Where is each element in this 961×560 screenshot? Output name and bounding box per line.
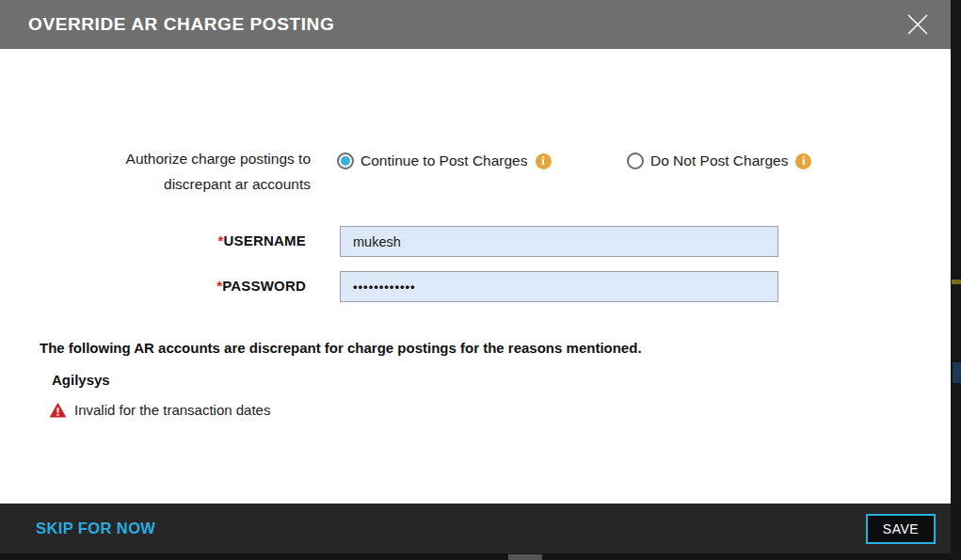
warning-row: Invalid for the transaction dates	[49, 402, 270, 418]
password-input[interactable]	[340, 271, 778, 302]
warning-icon	[49, 402, 67, 418]
authorize-postings-label: Authorize charge postings to discrepant …	[80, 146, 311, 197]
radio-button-icon[interactable]	[337, 152, 354, 169]
radio-label: Do Not Post Charges	[650, 152, 788, 169]
warning-text: Invalid for the transaction dates	[74, 402, 270, 418]
username-label-text: USERNAME	[224, 232, 306, 248]
background-artifact	[508, 554, 542, 560]
radio-do-not-post-charges[interactable]: Do Not Post Charges i	[627, 152, 811, 169]
dialog-footer: SKIP FOR NOW SAVE	[0, 504, 951, 553]
info-icon[interactable]: i	[795, 153, 811, 169]
radio-label: Continue to Post Charges	[360, 152, 528, 169]
discrepant-accounts-heading: The following AR accounts are discrepant…	[40, 340, 642, 356]
dialog-title: OVERRIDE AR CHARGE POSTING	[28, 14, 334, 35]
password-label-text: PASSWORD	[222, 278, 306, 294]
dialog-header: OVERRIDE AR CHARGE POSTING	[0, 0, 951, 49]
radio-continue-to-post-charges[interactable]: Continue to Post Charges i	[337, 152, 552, 169]
skip-for-now-link[interactable]: SKIP FOR NOW	[36, 520, 155, 537]
username-label: *USERNAME	[38, 232, 306, 248]
close-button[interactable]	[905, 11, 931, 38]
username-input[interactable]	[340, 226, 778, 257]
dialog-body: Authorize charge postings to discrepant …	[0, 49, 951, 504]
background-artifact	[952, 280, 961, 284]
password-label: *PASSWORD	[38, 278, 306, 294]
background-artifact	[953, 362, 961, 383]
override-ar-charge-posting-dialog: OVERRIDE AR CHARGE POSTING Authorize cha…	[0, 0, 951, 553]
save-button[interactable]: SAVE	[866, 514, 936, 544]
info-icon[interactable]: i	[536, 153, 552, 169]
close-icon	[905, 12, 930, 37]
account-name: Agilysys	[52, 372, 110, 388]
radio-button-icon[interactable]	[627, 152, 644, 169]
